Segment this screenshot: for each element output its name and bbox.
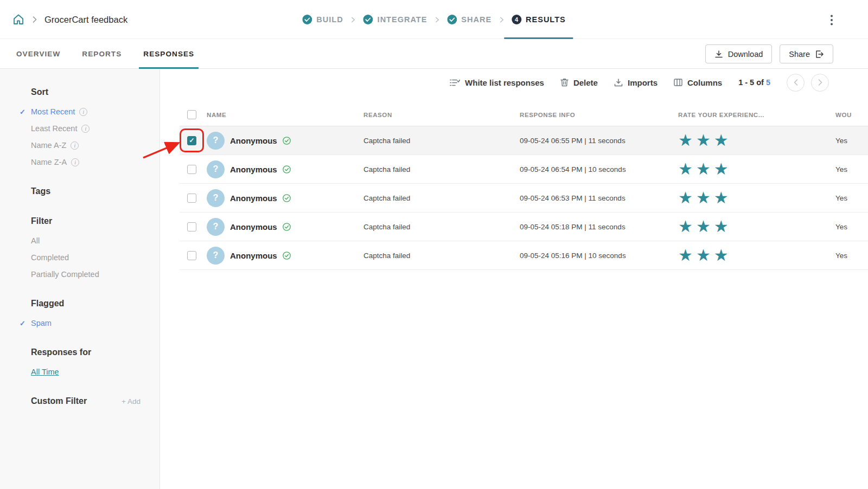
info-icon[interactable]: i bbox=[71, 141, 79, 150]
step-results[interactable]: 4 RESULTS bbox=[512, 0, 566, 39]
reason-cell: Captcha failed bbox=[363, 194, 520, 202]
reason-cell: Captcha failed bbox=[363, 137, 520, 145]
step-build[interactable]: BUILD bbox=[302, 0, 343, 39]
sort-name-az[interactable]: Name A-Z i bbox=[31, 141, 141, 150]
progress-stepper: BUILD INTEGRATE SHARE 4 RESULTS bbox=[302, 0, 565, 39]
column-header-response-info[interactable]: RESPONSE INFO bbox=[520, 112, 678, 118]
download-icon bbox=[714, 50, 723, 59]
reason-cell: Captcha failed bbox=[363, 252, 520, 260]
wou-cell: Yes bbox=[835, 252, 868, 260]
row-checkbox[interactable] bbox=[187, 136, 196, 145]
responses-for-all-time[interactable]: All Time bbox=[31, 368, 141, 376]
custom-filter-add-button[interactable]: + Add bbox=[122, 397, 141, 406]
responses-for-heading: Responses for bbox=[31, 348, 141, 357]
verified-icon bbox=[283, 223, 291, 231]
row-checkbox[interactable] bbox=[187, 194, 196, 203]
avatar: ? bbox=[207, 160, 225, 178]
star-rating: ★★★ bbox=[678, 131, 732, 149]
more-options-icon[interactable] bbox=[827, 14, 837, 26]
table-row[interactable]: ? Anonymous Captcha failed 09-05-24 06:5… bbox=[180, 126, 868, 155]
respondent-name[interactable]: Anonymous bbox=[230, 136, 277, 145]
chevron-right-icon bbox=[352, 17, 355, 23]
top-bar: GrocerCart feedback BUILD INTEGRATE SHAR… bbox=[0, 0, 868, 39]
table-row[interactable]: ? Anonymous Captcha failed 09-05-24 05:1… bbox=[180, 213, 868, 241]
verified-icon bbox=[283, 194, 291, 202]
chevron-right-icon bbox=[435, 17, 439, 23]
info-icon[interactable]: i bbox=[81, 125, 90, 133]
import-icon bbox=[614, 79, 623, 87]
table-row[interactable]: ? Anonymous Captcha failed 09-05-24 06:5… bbox=[180, 184, 868, 213]
previous-page-button[interactable] bbox=[787, 74, 805, 92]
share-icon bbox=[815, 50, 824, 59]
sort-name-za[interactable]: Name Z-A i bbox=[31, 158, 141, 166]
breadcrumb: GrocerCart feedback bbox=[12, 0, 127, 39]
responses-panel: White list responses Delete Imports Colu… bbox=[160, 69, 868, 489]
response-info-cell: 09-05-24 06:55 PM | 11 seconds bbox=[520, 137, 678, 145]
row-checkbox[interactable] bbox=[187, 251, 196, 260]
respondent-name[interactable]: Anonymous bbox=[230, 251, 277, 260]
wou-cell: Yes bbox=[835, 165, 868, 173]
verified-icon bbox=[283, 137, 291, 145]
info-icon[interactable]: i bbox=[79, 108, 87, 116]
avatar: ? bbox=[207, 247, 225, 265]
sort-least-recent[interactable]: Least Recent i bbox=[31, 124, 141, 133]
star-rating: ★★★ bbox=[678, 246, 732, 264]
chevron-right-icon bbox=[500, 17, 503, 23]
sort-heading: Sort bbox=[31, 87, 141, 97]
avatar: ? bbox=[207, 218, 225, 236]
select-all-checkbox[interactable] bbox=[187, 110, 196, 119]
delete-button[interactable]: Delete bbox=[560, 78, 598, 87]
response-info-cell: 09-05-24 05:18 PM | 11 seconds bbox=[520, 223, 678, 231]
trash-icon bbox=[560, 78, 569, 87]
respondent-name[interactable]: Anonymous bbox=[230, 165, 277, 174]
column-header-rate-experience[interactable]: RATE YOUR EXPERIENC... bbox=[678, 112, 835, 118]
tab-reports[interactable]: REPORTS bbox=[82, 39, 122, 69]
column-header-reason[interactable]: REASON bbox=[363, 112, 520, 118]
pagination-range: 1 - 5 of 5 bbox=[738, 78, 770, 87]
custom-filter-heading: Custom Filter bbox=[31, 396, 87, 406]
whitelist-responses-button[interactable]: White list responses bbox=[450, 78, 544, 87]
columns-button[interactable]: Columns bbox=[674, 78, 722, 87]
respondent-name[interactable]: Anonymous bbox=[230, 194, 277, 203]
sort-most-recent[interactable]: ✓ Most Recent i bbox=[31, 107, 141, 116]
response-info-cell: 09-05-24 06:53 PM | 11 seconds bbox=[520, 194, 678, 202]
row-checkbox[interactable] bbox=[187, 222, 196, 231]
step-share[interactable]: SHARE bbox=[447, 0, 492, 39]
responses-toolbar: White list responses Delete Imports Colu… bbox=[160, 69, 868, 104]
column-header-wou[interactable]: WOU bbox=[835, 112, 868, 118]
filter-completed[interactable]: Completed bbox=[31, 253, 141, 262]
tab-responses[interactable]: RESPONSES bbox=[143, 39, 194, 69]
wou-cell: Yes bbox=[835, 194, 868, 202]
star-rating: ★★★ bbox=[678, 160, 732, 178]
wou-cell: Yes bbox=[835, 223, 868, 231]
check-icon: ✓ bbox=[20, 319, 25, 327]
step-integrate[interactable]: INTEGRATE bbox=[363, 0, 427, 39]
check-circle-icon bbox=[363, 15, 373, 24]
next-page-button[interactable] bbox=[811, 74, 829, 92]
reason-cell: Captcha failed bbox=[363, 165, 520, 173]
avatar: ? bbox=[207, 189, 225, 207]
star-rating: ★★★ bbox=[678, 217, 732, 235]
column-header-name[interactable]: NAME bbox=[207, 112, 226, 118]
step-number-badge: 4 bbox=[512, 15, 521, 24]
share-button[interactable]: Share bbox=[780, 44, 833, 63]
page-title: GrocerCart feedback bbox=[44, 15, 127, 25]
check-circle-icon bbox=[302, 15, 312, 24]
row-checkbox[interactable] bbox=[187, 165, 196, 174]
home-icon[interactable] bbox=[12, 13, 25, 26]
download-button[interactable]: Download bbox=[705, 44, 773, 63]
tab-overview[interactable]: OVERVIEW bbox=[16, 39, 60, 69]
filter-all[interactable]: All bbox=[31, 236, 141, 245]
table-row[interactable]: ? Anonymous Captcha failed 09-05-24 06:5… bbox=[180, 155, 868, 184]
filter-partially-completed[interactable]: Partially Completed bbox=[31, 270, 141, 279]
flagged-spam[interactable]: ✓ Spam bbox=[31, 319, 141, 327]
info-icon[interactable]: i bbox=[71, 158, 79, 166]
table-body: ? Anonymous Captcha failed 09-05-24 06:5… bbox=[180, 126, 868, 270]
verified-icon bbox=[283, 165, 291, 173]
filter-heading: Filter bbox=[31, 216, 141, 226]
imports-button[interactable]: Imports bbox=[614, 78, 658, 87]
pagination-total: 5 bbox=[766, 78, 770, 87]
table-row[interactable]: ? Anonymous Captcha failed 09-05-24 05:1… bbox=[180, 241, 868, 270]
respondent-name[interactable]: Anonymous bbox=[230, 222, 277, 231]
table-header-row: NAME REASON RESPONSE INFO RATE YOUR EXPE… bbox=[180, 104, 868, 126]
